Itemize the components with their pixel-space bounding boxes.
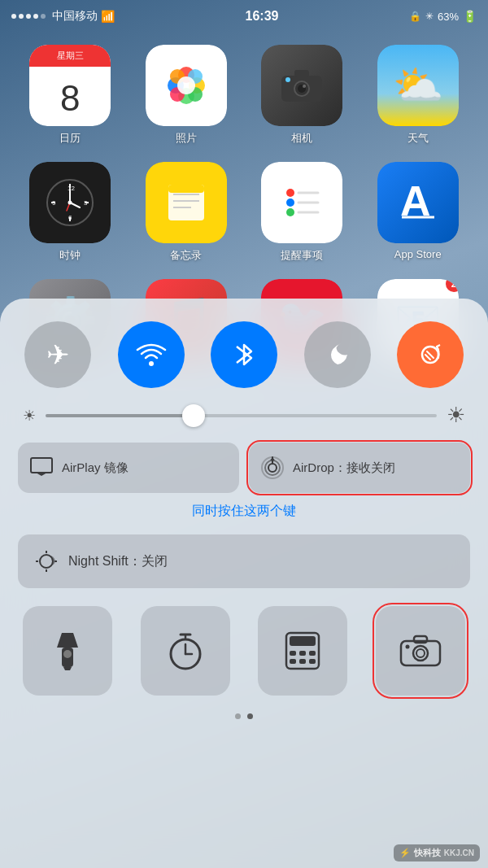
svg-point-36: [286, 189, 294, 197]
svg-point-49: [268, 464, 277, 472]
airdrop-label: AirDrop：接收关闭: [293, 460, 395, 476]
svg-point-80: [405, 645, 409, 649]
battery-icon: 🔋: [463, 10, 477, 23]
svg-marker-48: [36, 473, 47, 476]
control-center: ✈: [0, 299, 488, 868]
appstore-icon: A: [394, 178, 442, 227]
night-shift-label: Night Shift：关闭: [68, 553, 168, 570]
svg-text:12: 12: [68, 185, 75, 192]
watermark-url: KKJ.CN: [444, 848, 474, 857]
svg-marker-59: [57, 633, 78, 648]
svg-rect-10: [294, 70, 309, 77]
moon-icon: [323, 340, 352, 369]
svg-point-29: [68, 201, 72, 205]
brightness-slider[interactable]: [46, 414, 437, 417]
airdrop-icon: [260, 456, 285, 480]
svg-point-14: [303, 85, 306, 88]
wifi-icon: [136, 342, 167, 368]
svg-point-44: [149, 361, 154, 366]
app-camera[interactable]: 相机: [248, 45, 356, 146]
svg-rect-69: [290, 636, 316, 646]
photos-label: 照片: [176, 131, 197, 146]
annotation-text: 同时按住这两个键: [18, 503, 470, 520]
page-dots: [18, 713, 470, 719]
svg-text:3: 3: [84, 199, 88, 207]
timer-button[interactable]: [141, 606, 230, 696]
appstore-label: App Store: [394, 248, 442, 260]
svg-point-8: [177, 76, 195, 94]
dnd-toggle[interactable]: [304, 321, 371, 388]
svg-text:6: 6: [68, 214, 72, 221]
bluetooth-icon: [233, 340, 255, 369]
brightness-row: ☀ ☀: [18, 403, 470, 428]
carrier-label: 中国移动: [52, 9, 98, 24]
notes-icon: [162, 178, 211, 227]
svg-rect-71: [299, 651, 306, 656]
rotation-toggle[interactable]: [397, 321, 464, 388]
airplane-mode-toggle[interactable]: ✈: [24, 321, 91, 388]
signal-dot: [41, 14, 46, 19]
svg-rect-70: [290, 651, 296, 656]
feature-row: AirPlay 镜像 AirDrop：接收关闭: [18, 443, 470, 493]
calendar-header: 星期三: [29, 45, 111, 67]
calculator-button[interactable]: [258, 606, 347, 696]
svg-point-38: [286, 198, 294, 207]
flashlight-button[interactable]: [23, 606, 112, 696]
status-left: 中国移动 📶: [11, 9, 115, 24]
watermark-icon: ⚡: [399, 848, 411, 858]
svg-rect-75: [309, 659, 316, 664]
flashlight-icon: [50, 631, 85, 670]
page-dot-2: [247, 713, 253, 719]
svg-marker-62: [63, 667, 72, 670]
svg-text:9: 9: [52, 199, 56, 207]
airplay-button[interactable]: AirPlay 镜像: [18, 443, 239, 493]
night-shift-button[interactable]: Night Shift：关闭: [18, 534, 470, 588]
wifi-icon: 📶: [101, 10, 115, 23]
svg-point-79: [416, 649, 425, 657]
reminders-icon: [277, 178, 326, 227]
photos-icon: [158, 57, 215, 114]
app-photos[interactable]: 照片: [133, 45, 241, 146]
app-calendar[interactable]: 星期三 8 日历: [16, 45, 124, 146]
camera-quick-button[interactable]: [376, 606, 465, 696]
airplane-icon: ✈: [46, 338, 69, 371]
signal-dot: [26, 14, 31, 19]
clock-label: 时钟: [59, 248, 81, 263]
lock-icon: 🔒: [409, 11, 421, 22]
calendar-date: 8: [60, 81, 80, 116]
signal-bars: [11, 14, 46, 19]
airplay-label: AirPlay 镜像: [62, 460, 129, 476]
svg-point-61: [63, 650, 72, 658]
bluetooth-toggle[interactable]: [211, 321, 277, 388]
weather-label: 天气: [407, 131, 429, 146]
brightness-high-icon: ☀: [447, 403, 465, 428]
app-appstore[interactable]: A App Store: [364, 162, 473, 263]
status-right: 🔒 ✳ 63% 🔋: [409, 10, 477, 23]
svg-rect-73: [290, 659, 296, 664]
calendar-label: 日历: [59, 131, 81, 146]
watermark-text: 快科技: [414, 847, 441, 859]
svg-rect-34: [168, 185, 204, 193]
watermark: ⚡ 快科技 KKJ.CN: [394, 844, 480, 861]
notes-label: 备忘录: [170, 248, 202, 263]
svg-point-78: [413, 646, 428, 661]
timer-icon: [166, 631, 205, 670]
app-clock[interactable]: 12 3 6 9 时钟: [16, 162, 124, 263]
signal-dot: [19, 14, 24, 19]
app-reminders[interactable]: 提醒事项: [248, 162, 356, 263]
brightness-low-icon: ☀: [23, 407, 36, 425]
rotation-icon: [416, 340, 445, 369]
app-notes[interactable]: 备忘录: [133, 162, 241, 263]
toggle-row: ✈: [18, 321, 470, 388]
status-bar: 中国移动 📶 16:39 🔒 ✳ 63% 🔋: [0, 0, 488, 33]
svg-point-40: [286, 208, 294, 216]
camera-quick-icon: [399, 633, 442, 669]
app-weather[interactable]: ⛅ 天气: [364, 45, 473, 146]
night-shift-icon: [34, 549, 59, 574]
camera-label: 相机: [291, 131, 312, 146]
airdrop-button[interactable]: AirDrop：接收关闭: [249, 443, 470, 493]
svg-rect-76: [401, 641, 440, 665]
battery-percent: 63%: [438, 11, 459, 23]
signal-dot: [33, 14, 38, 19]
wifi-toggle[interactable]: [118, 321, 185, 388]
